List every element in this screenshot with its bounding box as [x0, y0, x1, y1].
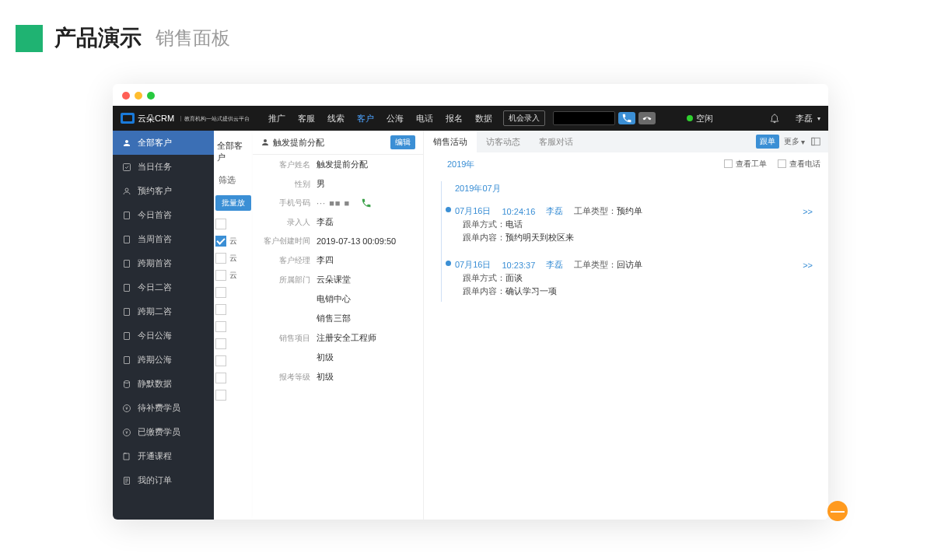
- zoom-icon[interactable]: [147, 92, 155, 100]
- checkbox-row[interactable]: [215, 253, 226, 264]
- doc-icon: [122, 235, 131, 244]
- help-fab-button[interactable]: —: [827, 501, 848, 521]
- checkbox-row[interactable]: [215, 355, 226, 366]
- hangup-button[interactable]: [638, 112, 656, 124]
- view-workorders-toggle[interactable]: 查看工单: [724, 159, 767, 170]
- checkbox-row[interactable]: [215, 390, 226, 401]
- nav-phone[interactable]: 电话: [410, 106, 439, 131]
- nav-promote[interactable]: 推广: [262, 106, 292, 131]
- mac-window-controls: [113, 84, 828, 106]
- sidebar-item-silent[interactable]: 静默数据: [113, 372, 214, 396]
- sidebar-item-label: 今日首咨: [138, 209, 172, 221]
- sidebar: 全部客户 当日任务 预约客户 今日首咨 当周首咨 跨期首咨: [113, 131, 214, 520]
- cloud-icon: [121, 113, 135, 124]
- svg-rect-2: [124, 212, 130, 219]
- doc-icon: [122, 259, 131, 268]
- nav-customers[interactable]: 客户: [351, 106, 380, 131]
- checkbox-row[interactable]: [215, 236, 226, 247]
- activity-tabs: 销售活动 访客动态 客服对话 跟单 更多▾: [424, 131, 828, 152]
- edit-button[interactable]: 编辑: [390, 135, 415, 149]
- sidebar-item-week-first[interactable]: 当周首咨: [113, 227, 214, 251]
- expand-arrow-icon[interactable]: >>: [803, 207, 820, 216]
- sidebar-item-cross-second[interactable]: 跨期二咨: [113, 299, 214, 324]
- sidebar-item-orders[interactable]: 我的订单: [113, 468, 214, 492]
- call-button[interactable]: [618, 112, 635, 124]
- checkbox-row[interactable]: [215, 373, 226, 383]
- nav-public[interactable]: 公海: [380, 106, 410, 131]
- expand-arrow-icon[interactable]: >>: [803, 261, 820, 270]
- page-header: 产品演示 销售面板: [0, 0, 941, 61]
- sidebar-item-courses[interactable]: 开通课程: [113, 444, 214, 468]
- tab-service-chat[interactable]: 客服对话: [530, 131, 582, 152]
- svg-rect-5: [124, 284, 130, 291]
- more-button[interactable]: 更多▾: [784, 136, 805, 147]
- sidebar-item-paid[interactable]: ¥ 已缴费学员: [113, 420, 214, 444]
- chevron-down-icon[interactable]: ▾: [817, 115, 820, 122]
- doc-icon: [122, 331, 131, 341]
- entry-type: 工单类型：回访单: [574, 259, 642, 271]
- svg-rect-7: [124, 332, 130, 339]
- checkbox-row[interactable]: [215, 304, 226, 315]
- brand-name: 云朵CRM: [138, 113, 174, 124]
- checkbox-row[interactable]: [215, 270, 226, 281]
- user-name[interactable]: 李磊: [796, 113, 813, 124]
- checkbox-row[interactable]: [215, 287, 226, 298]
- sidebar-item-label: 静默数据: [138, 378, 172, 390]
- bell-icon[interactable]: [769, 113, 780, 124]
- checkbox-row[interactable]: [215, 338, 226, 349]
- nav-data[interactable]: 数据: [469, 106, 498, 131]
- phone-mask: ··· ■■ ■: [317, 198, 350, 208]
- sidebar-item-today-second[interactable]: 今日二咨: [113, 275, 214, 299]
- entry-method: 跟单方式：电话: [455, 217, 820, 230]
- sidebar-item-today-first[interactable]: 今日首咨: [113, 203, 214, 227]
- sidebar-item-today-tasks[interactable]: 当日任务: [113, 155, 214, 179]
- sidebar-item-appointments[interactable]: 预约客户: [113, 179, 214, 203]
- nav-leads[interactable]: 线索: [321, 106, 351, 131]
- sidebar-item-label: 当周首咨: [138, 233, 172, 245]
- phone-icon[interactable]: [361, 198, 372, 208]
- entry-time: 10:23:37: [502, 261, 535, 270]
- checkbox-row[interactable]: [215, 321, 226, 332]
- close-icon[interactable]: [122, 92, 130, 100]
- money-icon: ¥: [122, 428, 131, 437]
- opportunity-entry-button[interactable]: 机会录入: [503, 110, 545, 126]
- sidebar-item-cross-first[interactable]: 跨期首咨: [113, 251, 214, 275]
- batch-button[interactable]: 批量放: [215, 195, 251, 211]
- timeline-entry[interactable]: 07月16日 10:23:37 李磊 工单类型：回访单 >> 跟单方式：面谈 跟…: [455, 256, 820, 300]
- nav-service[interactable]: 客服: [292, 106, 321, 131]
- svg-rect-8: [124, 356, 130, 363]
- field-value: 注册安全工程师: [310, 332, 415, 344]
- search-input[interactable]: [553, 111, 615, 125]
- sidebar-item-label: 预约客户: [138, 185, 172, 197]
- field-label: 客户创建时间: [261, 236, 310, 247]
- nav-signup[interactable]: 报名: [439, 106, 469, 131]
- sidebar-item-all-customers[interactable]: 全部客户: [113, 131, 214, 155]
- tab-visitor[interactable]: 访客动态: [477, 131, 530, 152]
- sidebar-item-label: 已缴费学员: [138, 426, 180, 438]
- activity-toolbar: 2019年 查看工单 查看电话: [424, 152, 828, 175]
- field-label: 客户姓名: [261, 159, 310, 170]
- doc-icon: [122, 211, 131, 220]
- brand-logo[interactable]: 云朵CRM 教育机构一站式提供云平台: [121, 113, 250, 124]
- tab-sales-activity[interactable]: 销售活动: [424, 131, 477, 152]
- month-label: 2019年07月: [447, 180, 828, 199]
- entry-content: 跟单内容：确认学习一项: [455, 284, 820, 297]
- svg-point-15: [264, 139, 267, 142]
- doc-icon: [122, 307, 131, 317]
- row-text: 云: [229, 236, 237, 247]
- minimize-icon[interactable]: [135, 92, 142, 100]
- filter-label[interactable]: 筛选: [214, 170, 253, 191]
- field-label: 报考等级: [261, 372, 310, 383]
- sidebar-item-unpaid[interactable]: ¥ 待补费学员: [113, 396, 214, 420]
- doc-icon: [122, 283, 131, 292]
- follow-button[interactable]: 跟单: [756, 135, 779, 149]
- timeline-entry[interactable]: 07月16日 10:24:16 李磊 工单类型：预约单 >> 跟单方式：电话 跟…: [455, 202, 820, 247]
- layout-icon[interactable]: [810, 135, 822, 148]
- sidebar-item-cross-public[interactable]: 跨期公海: [113, 348, 214, 372]
- checkbox-head[interactable]: [215, 219, 226, 229]
- field-value: 初级: [310, 352, 415, 363]
- money-icon: ¥: [122, 404, 131, 413]
- sidebar-item-today-public[interactable]: 今日公海: [113, 324, 214, 348]
- status-label: 空闲: [696, 113, 713, 124]
- view-calls-toggle[interactable]: 查看电话: [778, 159, 820, 170]
